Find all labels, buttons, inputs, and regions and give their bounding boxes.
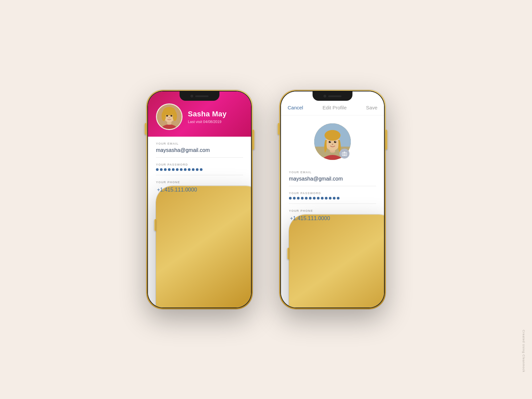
edit-phone-field[interactable]: YOUR PHONE +1.415.111.0000 — [289, 204, 376, 308]
dot — [168, 168, 171, 171]
edit-password-label: YOUR PASSWORD — [289, 192, 376, 195]
edit-email-value: maysasha@gmail.com — [289, 176, 376, 182]
email-label: YOUR EMAIL — [156, 142, 243, 145]
dot — [289, 197, 292, 200]
password-dots — [156, 168, 243, 171]
dot — [313, 197, 316, 200]
phone-screen-right: Cancel Edit Profile Save — [281, 91, 384, 308]
edit-avatar-container[interactable] — [314, 123, 351, 160]
dot — [164, 168, 167, 171]
phone-screen-left: Sasha May Last visit 04/08/2019 YOUR EMA… — [148, 91, 251, 308]
cancel-button[interactable]: Cancel — [288, 105, 303, 110]
svg-point-7 — [166, 115, 168, 117]
email-value: maysasha@gmail.com — [156, 147, 243, 153]
svg-point-18 — [334, 141, 336, 143]
phone-field: YOUR PHONE +1.415.111.0000 — [156, 175, 243, 308]
svg-point-21 — [332, 144, 333, 145]
dot — [333, 197, 335, 200]
dot — [180, 168, 183, 171]
svg-point-6 — [173, 111, 177, 121]
dot — [156, 168, 159, 171]
edit-avatar-badge[interactable] — [339, 149, 349, 159]
edit-avatar-section — [281, 115, 384, 165]
dot — [184, 168, 187, 171]
dot — [317, 197, 320, 200]
phone-edit: Cancel Edit Profile Save — [279, 90, 386, 309]
avatar — [156, 103, 183, 130]
edit-email-field[interactable]: YOUR EMAIL maysasha@gmail.com — [289, 165, 376, 186]
email-field: YOUR EMAIL maysasha@gmail.com — [156, 137, 243, 158]
edit-phone-value: +1.415.111.0000 — [289, 214, 384, 308]
dot — [160, 168, 163, 171]
phone-label: YOUR PHONE — [156, 181, 243, 184]
phone-value: +1.415.111.0000 — [156, 186, 251, 308]
dot — [176, 168, 179, 171]
edit-phone-label: YOUR PHONE — [289, 209, 376, 212]
dot — [172, 168, 175, 171]
speaker-right — [328, 95, 341, 97]
edit-profile-title: Edit Profile — [323, 105, 347, 110]
edit-email-label: YOUR EMAIL — [289, 171, 376, 174]
watermark: Created Using Cleanmock — [522, 330, 525, 372]
edit-password-field[interactable]: YOUR PASSWORD — [289, 186, 376, 204]
dot — [188, 168, 191, 171]
svg-point-20 — [335, 141, 336, 142]
phone-inner-left: Sasha May Last visit 04/08/2019 YOUR EMA… — [147, 91, 252, 308]
profile-last-visit: Last visit 04/08/2019 — [188, 120, 226, 124]
scene: Sasha May Last visit 04/08/2019 YOUR EMA… — [146, 90, 386, 309]
dot — [329, 197, 332, 200]
profile-info: Sasha May Last visit 04/08/2019 — [188, 110, 226, 124]
edit-form-content: YOUR EMAIL maysasha@gmail.com YOUR PASSW… — [281, 165, 384, 308]
dot — [196, 168, 199, 171]
phone-inner-right: Cancel Edit Profile Save — [280, 91, 385, 308]
svg-point-16 — [325, 130, 340, 141]
password-label: YOUR PASSWORD — [156, 163, 243, 166]
notch-right — [313, 91, 352, 101]
dot — [200, 168, 202, 171]
profile-name: Sasha May — [188, 110, 226, 118]
dot — [301, 197, 304, 200]
camera-left — [191, 95, 193, 97]
dot — [309, 197, 312, 200]
avatar-container — [156, 103, 183, 130]
dot — [305, 197, 308, 200]
camera-right — [324, 95, 326, 97]
profile-form-content: YOUR EMAIL maysasha@gmail.com YOUR PASSW… — [148, 137, 251, 308]
save-button[interactable]: Save — [366, 105, 377, 110]
svg-point-23 — [343, 153, 345, 155]
notch-left — [180, 91, 219, 101]
password-field: YOUR PASSWORD — [156, 158, 243, 175]
phone-profile: Sasha May Last visit 04/08/2019 YOUR EMA… — [146, 90, 253, 309]
dot — [293, 197, 296, 200]
svg-point-17 — [329, 141, 331, 143]
svg-point-9 — [169, 117, 170, 118]
dot — [192, 168, 195, 171]
dot — [325, 197, 328, 200]
speaker-left — [195, 95, 208, 97]
svg-point-8 — [171, 115, 173, 117]
dot — [297, 197, 300, 200]
edit-password-dots — [289, 197, 376, 200]
svg-point-5 — [162, 111, 166, 121]
svg-point-19 — [330, 141, 331, 142]
dot — [337, 197, 339, 200]
dot — [321, 197, 324, 200]
